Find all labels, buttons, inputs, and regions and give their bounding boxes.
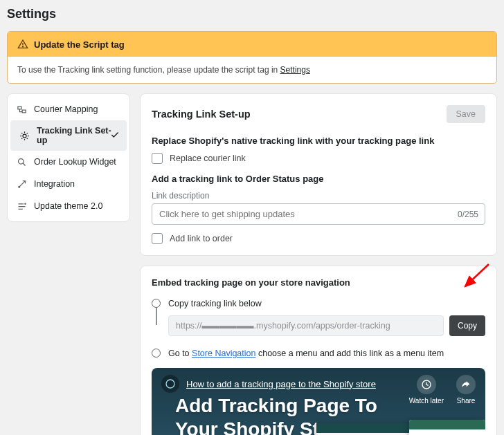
settings-sidebar: Courier Mapping Tracking Link Set-up Ord… — [7, 93, 130, 222]
svg-point-8 — [24, 203, 25, 204]
video-small-title: How to add a tracking page to the Shopif… — [186, 379, 376, 389]
mockup-image-2 — [409, 420, 485, 435]
link-description-input[interactable] — [152, 203, 485, 225]
checkbox-label: Add link to order — [170, 234, 233, 243]
svg-rect-2 — [17, 107, 21, 109]
replace-heading: Replace Shopify's native tracking link w… — [152, 136, 485, 146]
sidebar-item-label: Order Lookup Widget — [34, 157, 116, 167]
warning-icon — [17, 39, 28, 50]
store-navigation-link[interactable]: Store Navigation — [192, 349, 255, 358]
replace-courier-checkbox-row[interactable]: Replace courier link — [152, 153, 485, 164]
embed-card: Embed tracking page on your store naviga… — [140, 266, 497, 435]
svg-point-5 — [18, 158, 24, 164]
update-theme-icon — [16, 201, 27, 212]
addlink-heading: Add a tracking link to Order Status page — [152, 174, 485, 184]
tracking-link-card: Tracking Link Set-up Save Replace Shopif… — [140, 93, 497, 256]
sidebar-item-order-lookup-widget[interactable]: Order Lookup Widget — [8, 151, 129, 173]
svg-point-1 — [22, 46, 23, 47]
alert-header: Update the Script tag — [8, 32, 496, 57]
copy-button[interactable]: Copy — [449, 315, 485, 336]
tracking-link-icon — [19, 130, 30, 141]
alert-settings-link[interactable]: Settings — [280, 65, 310, 75]
checkbox-label: Replace courier link — [170, 154, 246, 163]
sidebar-item-label: Courier Mapping — [34, 104, 98, 114]
share-icon — [456, 375, 476, 394]
checkbox-icon — [152, 153, 163, 164]
svg-point-4 — [23, 134, 26, 138]
embed-heading: Embed tracking page on your store naviga… — [152, 277, 485, 288]
share-button[interactable]: Share — [456, 375, 476, 405]
svg-point-9 — [166, 380, 174, 388]
sidebar-item-update-theme[interactable]: Update theme 2.0 — [8, 195, 129, 217]
timeline-dot — [152, 349, 161, 358]
alert-banner: Update the Script tag To use the Trackin… — [7, 31, 497, 84]
checkbox-icon — [152, 233, 163, 244]
step2-text-post: choose a menu and add this link as a men… — [255, 349, 444, 358]
page-title: Settings — [7, 7, 497, 21]
alert-body: To use the Tracking link setting functio… — [8, 57, 496, 83]
timeline-dot — [152, 299, 161, 308]
svg-line-6 — [23, 163, 25, 165]
integration-icon — [16, 178, 27, 189]
step1-label: Copy tracking link below — [168, 299, 485, 308]
courier-mapping-icon — [16, 104, 27, 115]
char-counter: 0/255 — [458, 210, 478, 219]
watch-later-label: Watch later — [409, 397, 444, 405]
link-description-label: Link description — [152, 191, 485, 201]
search-icon — [16, 156, 27, 167]
sidebar-item-label: Tracking Link Set-up — [37, 126, 118, 145]
share-label: Share — [457, 397, 476, 405]
alert-title: Update the Script tag — [34, 39, 125, 50]
svg-rect-3 — [22, 110, 26, 113]
step2-text: Go to — [168, 349, 192, 358]
tracking-url-field[interactable] — [168, 315, 444, 336]
clock-icon — [417, 375, 436, 394]
step2-label: Go to Store Navigation choose a menu and… — [168, 349, 485, 358]
sidebar-item-label: Update theme 2.0 — [34, 201, 102, 211]
sidebar-item-tracking-link-setup[interactable]: Tracking Link Set-up — [10, 120, 127, 151]
sidebar-item-integration[interactable]: Integration — [8, 173, 129, 195]
sidebar-item-courier-mapping[interactable]: Courier Mapping — [8, 98, 129, 120]
card-title: Tracking Link Set-up — [152, 109, 251, 120]
sidebar-item-label: Integration — [34, 179, 75, 189]
check-icon — [110, 130, 120, 142]
watch-later-button[interactable]: Watch later — [409, 375, 444, 405]
channel-logo-icon — [161, 375, 179, 393]
tutorial-video[interactable]: How to add a tracking page to the Shopif… — [152, 368, 485, 435]
save-button[interactable]: Save — [447, 105, 486, 123]
add-link-to-order-checkbox-row[interactable]: Add link to order — [152, 233, 485, 244]
alert-body-text: To use the Tracking link setting functio… — [17, 65, 280, 75]
